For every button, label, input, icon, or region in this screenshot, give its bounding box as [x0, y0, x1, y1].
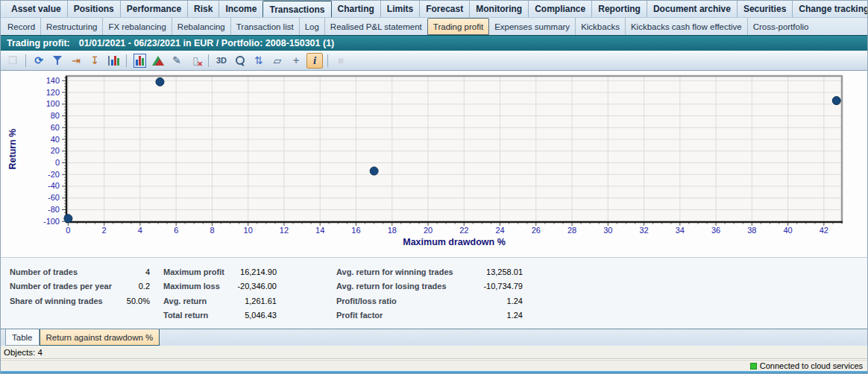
x-tick-label: 26 [532, 226, 541, 235]
filter-icon[interactable] [49, 53, 66, 69]
menu-tab-securities[interactable]: Securities [737, 1, 792, 17]
perspective-icon[interactable]: ▱ [269, 53, 286, 69]
stat-label: Profit/loss ratio [336, 297, 507, 305]
scatter-plot[interactable]: 0246810121416182022242628303234363840421… [1, 71, 867, 257]
stat-value: 1.24 [507, 297, 523, 305]
info-icon[interactable]: i [306, 53, 323, 69]
stat-label: Profit factor [336, 311, 507, 320]
menu-tab-performance[interactable]: Performance [120, 1, 187, 17]
shift-period-forward-icon[interactable]: ⇥ [68, 53, 84, 69]
subtab-kickbacks[interactable]: Kickbacks [575, 18, 625, 35]
subtab-transaction-list[interactable]: Transaction list [230, 18, 299, 35]
stat-row-share-of-winning-trades: Share of winning trades50.0% [10, 294, 150, 308]
perspective-icon-glyph: ▱ [274, 54, 282, 66]
objects-count-label: Objects: 4 [4, 348, 43, 357]
subtab-cross-portfolio[interactable]: Cross-portfolio [747, 18, 814, 35]
3d-toggle-icon[interactable]: 3D [213, 53, 230, 69]
x-tick-label: 4 [138, 226, 142, 235]
connection-status-icon [750, 363, 757, 370]
rotate-icon[interactable]: ⇅ [251, 53, 267, 69]
chart-style-icon-glyph [152, 56, 164, 66]
view-tab-return-against-drawdown[interactable]: Return against drawdown % [40, 329, 160, 346]
menu-tab-positions[interactable]: Positions [67, 1, 120, 17]
subtab-log[interactable]: Log [299, 18, 324, 35]
stat-label: Total return [163, 311, 245, 320]
x-tick-label: 40 [783, 226, 792, 235]
menu-tab-risk[interactable]: Risk [187, 1, 218, 17]
y-axis-title: Return % [7, 129, 18, 170]
stat-value: 16,214.90 [240, 267, 277, 276]
scaling-statistics-icon[interactable] [105, 53, 122, 69]
scatter-chart-panel[interactable]: 0246810121416182022242628303234363840421… [1, 71, 867, 257]
y-tick-label: 140 [46, 76, 60, 85]
panel-title: Trading profit: [7, 38, 70, 48]
x-tick-label: 6 [174, 226, 178, 235]
edit-report-icon[interactable]: ✎ [169, 53, 185, 69]
subtab-trading-profit[interactable]: Trading profit [427, 18, 489, 35]
subtab-rebalancing[interactable]: Rebalancing [172, 18, 230, 35]
stat-label: Avg. return [163, 297, 245, 305]
menu-tab-document-archive[interactable]: Document archive [647, 1, 737, 17]
shift-period-down-icon[interactable]: ↧ [87, 53, 103, 69]
placeholder-icon: ■ [333, 53, 349, 69]
subtab-expenses-summary[interactable]: Expenses summary [489, 18, 575, 35]
menu-tab-charting[interactable]: Charting [332, 1, 380, 17]
x-tick-label: 10 [244, 226, 253, 235]
stat-row-total-return: Total return5,046.43 [163, 308, 277, 323]
stat-row-maximum-loss: Maximum loss-20,346.00 [163, 279, 277, 294]
subtab-kickbacks-cash-flow-effective[interactable]: Kickbacks cash flow effective [625, 18, 747, 35]
scatter-point[interactable] [370, 167, 378, 175]
stat-row-number-of-trades: Number of trades4 [10, 264, 150, 279]
crosshair-icon[interactable]: + [288, 53, 304, 69]
x-tick-label: 32 [639, 226, 648, 235]
chart-type-bars-icon[interactable] [131, 53, 148, 69]
shift-period-forward-icon-glyph: ⇥ [72, 54, 81, 66]
x-tick-label: 16 [351, 226, 360, 235]
zoom-icon[interactable] [232, 53, 248, 69]
menu-tab-change-tracking[interactable]: Change tracking [792, 1, 868, 17]
shift-period-down-icon-glyph: ↧ [90, 54, 99, 66]
stats-column-1: Number of trades4Number of trades per ye… [10, 264, 150, 308]
stat-row-profit-loss-ratio: Profit/loss ratio1.24 [336, 294, 523, 308]
subtab-record[interactable]: Record [2, 18, 40, 35]
subtab-restructuring[interactable]: Restructuring [40, 18, 102, 35]
menu-tab-transactions[interactable]: Transactions [262, 1, 331, 17]
view-tab-table[interactable]: Table [5, 329, 40, 346]
menu-tab-limits[interactable]: Limits [380, 1, 419, 17]
delete-icon[interactable]: ▯✕ [187, 53, 204, 69]
y-tick-label: 80 [51, 111, 60, 120]
select-region-icon-glyph: ❐ [8, 54, 18, 66]
stat-value: 13,258.01 [486, 267, 523, 276]
menu-tab-reporting[interactable]: Reporting [591, 1, 647, 17]
stat-label: Number of trades per year [10, 282, 139, 291]
connection-status-bar: Connected to cloud services [1, 360, 867, 371]
stat-value: 4 [145, 267, 150, 276]
refresh-icon[interactable]: ⟳ [31, 53, 47, 69]
scatter-point[interactable] [64, 215, 72, 223]
scatter-point[interactable] [832, 97, 840, 105]
transactions-subtab-bar: RecordRestructuringFX rebalancingRebalan… [1, 18, 867, 35]
subtab-realised-p-l-statement[interactable]: Realised P&L statement [324, 18, 427, 35]
main-menu-bar: Asset valuePositionsPerformanceRiskIncom… [1, 1, 867, 18]
connection-status-label: Connected to cloud services [760, 361, 863, 370]
menu-tab-compliance[interactable]: Compliance [528, 1, 591, 17]
chart-style-icon[interactable] [150, 53, 166, 69]
scatter-point[interactable] [156, 77, 164, 86]
stat-label: Number of trades [10, 267, 145, 276]
stat-label: Share of winning trades [10, 297, 127, 305]
menu-tab-monitoring[interactable]: Monitoring [469, 1, 528, 17]
menu-tab-asset-value[interactable]: Asset value [5, 1, 67, 17]
menu-tab-forecast[interactable]: Forecast [419, 1, 469, 17]
info-icon-glyph: i [313, 54, 316, 67]
menu-tab-income[interactable]: Income [218, 1, 262, 17]
stat-row-avg-return-for-losing-trades: Avg. return for losing trades-10,734.79 [336, 279, 523, 294]
stat-label: Maximum loss [163, 282, 237, 291]
subtab-fx-rebalancing[interactable]: FX rebalancing [102, 18, 171, 35]
crosshair-icon-glyph: + [293, 54, 299, 66]
stat-row-number-of-trades-per-year: Number of trades per year0.2 [10, 279, 150, 294]
plot-area[interactable] [66, 76, 842, 222]
stat-value: -10,734.79 [483, 282, 523, 291]
stat-row-maximum-profit: Maximum profit16,214.90 [163, 264, 277, 279]
stat-row-avg-return-for-winning-trades: Avg. return for winning trades13,258.01 [336, 264, 523, 279]
x-tick-label: 18 [388, 226, 397, 235]
